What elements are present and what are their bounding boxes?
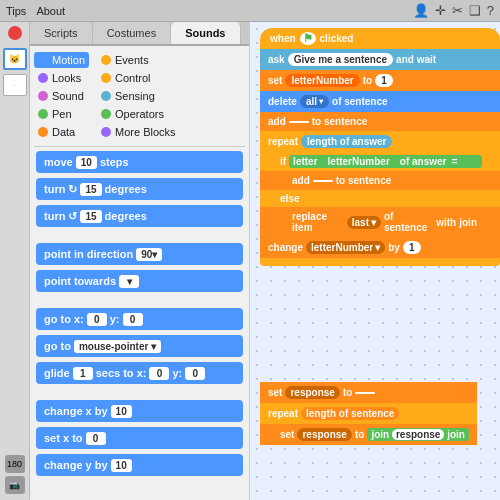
plus-icon[interactable]: ✛ (435, 3, 446, 18)
menu-about[interactable]: About (36, 5, 65, 17)
block-glide[interactable]: glide 1 secs to x: 0 y: 0 (36, 362, 243, 384)
copy-icon[interactable]: ❑ (469, 3, 481, 18)
cat-more-blocks[interactable]: More Blocks (97, 124, 180, 140)
script-group-2: set response to repeat length of sentenc… (260, 382, 477, 445)
cat-dot-looks (38, 73, 48, 83)
block-change-y[interactable]: change y by 10 (36, 454, 243, 476)
cat-dot-data (38, 127, 48, 137)
block-change-letter-num[interactable]: change letterNumber ▾ by 1 (260, 237, 500, 258)
block-set-letter-num[interactable]: set letterNumber to 1 (260, 70, 500, 91)
cat-pen[interactable]: Pen (34, 106, 89, 122)
menu-bar: Tips About 👤 ✛ ✂ ❑ ? (0, 0, 500, 22)
script-group-1: when ⚑ clicked ask Give me a sentence an… (260, 28, 500, 266)
block-set-response[interactable]: set response to (260, 382, 477, 403)
block-if[interactable]: if letter letterNumber of answer = (260, 152, 500, 171)
cat-dot-sensing (101, 91, 111, 101)
categories: Motion Looks Sound Pen Data (30, 46, 249, 146)
hat-block-clicked[interactable]: when ⚑ clicked (260, 28, 500, 49)
cat-events[interactable]: Events (97, 52, 180, 68)
help-icon[interactable]: ? (487, 3, 494, 18)
cat-col-left: Motion Looks Sound Pen Data (30, 50, 93, 142)
flag-icon: ⚑ (300, 32, 316, 45)
block-set-x[interactable]: set x to 0 (36, 427, 243, 449)
cat-sound[interactable]: Sound (34, 88, 89, 104)
cat-motion[interactable]: Motion (34, 52, 89, 68)
block-turn-cw[interactable]: turn ↻ 15 degrees (36, 178, 243, 200)
main-layout: 🐱 · 180 📷 Scripts Costumes Sounds Motion (0, 22, 500, 500)
sprite-ctrl-2[interactable]: 📷 (5, 476, 25, 494)
block-goto[interactable]: go to mouse-pointer ▾ (36, 335, 243, 357)
block-add-inner[interactable]: add to sentence (260, 171, 500, 190)
block-delete-sentence[interactable]: delete all ▾ of sentence (260, 91, 500, 112)
person-add-icon[interactable]: 👤 (413, 3, 429, 18)
cat-data[interactable]: Data (34, 124, 89, 140)
block-move[interactable]: move 10 steps (36, 151, 243, 173)
cat-looks[interactable]: Looks (34, 70, 89, 86)
block-change-x[interactable]: change x by 10 (36, 400, 243, 422)
sprite-thumb-2[interactable]: · (3, 74, 27, 96)
block-replace-item[interactable]: replace item last ▾ of sentence with joi… (260, 207, 500, 237)
block-repeat-length[interactable]: repeat length of answer (260, 131, 500, 152)
cat-dot-motion (38, 55, 48, 65)
sprite-ctrl-1[interactable]: 180 (5, 455, 25, 473)
block-ask[interactable]: ask Give me a sentence and wait (260, 49, 500, 70)
cat-control[interactable]: Control (97, 70, 180, 86)
menu-tips[interactable]: Tips (6, 5, 26, 17)
block-repeat-end (260, 258, 500, 266)
cat-dot-control (101, 73, 111, 83)
sprite-thumb-1[interactable]: 🐱 (3, 48, 27, 70)
cat-dot-more (101, 127, 111, 137)
block-point-towards[interactable]: point towards ▾ (36, 270, 243, 292)
block-point-dir[interactable]: point in direction 90▾ (36, 243, 243, 265)
tab-costumes[interactable]: Costumes (93, 22, 172, 44)
menu-icons: 👤 ✛ ✂ ❑ ? (413, 3, 494, 18)
spacer-1 (36, 232, 243, 238)
cat-dot-operators (101, 109, 111, 119)
tabs: Scripts Costumes Sounds (30, 22, 249, 46)
cat-col-right: Events Control Sensing Operators More Bl… (93, 50, 184, 142)
block-set-response-join[interactable]: set response to join response join (260, 424, 477, 445)
block-turn-ccw[interactable]: turn ↺ 15 degrees (36, 205, 243, 227)
sprite-panel: 🐱 · 180 📷 (0, 22, 30, 500)
scissors-icon[interactable]: ✂ (452, 3, 463, 18)
cat-operators[interactable]: Operators (97, 106, 180, 122)
cat-dot-pen (38, 109, 48, 119)
block-goto-xy[interactable]: go to x: 0 y: 0 (36, 308, 243, 330)
block-repeat-sentence[interactable]: repeat length of sentence (260, 403, 477, 424)
block-else[interactable]: else (260, 190, 500, 207)
block-add-sentence[interactable]: add to sentence (260, 112, 500, 131)
cat-dot-events (101, 55, 111, 65)
spacer-3 (36, 389, 243, 395)
tab-sounds[interactable]: Sounds (171, 22, 240, 44)
cat-sensing[interactable]: Sensing (97, 88, 180, 104)
tab-scripts[interactable]: Scripts (30, 22, 93, 44)
blocks-panel: Scripts Costumes Sounds Motion Looks Sou… (30, 22, 250, 500)
cat-dot-sound (38, 91, 48, 101)
stop-button[interactable] (8, 26, 22, 40)
blocks-list: move 10 steps turn ↻ 15 degrees turn ↺ 1… (30, 147, 249, 500)
spacer-2 (36, 297, 243, 303)
script-area[interactable]: when ⚑ clicked ask Give me a sentence an… (250, 22, 500, 500)
